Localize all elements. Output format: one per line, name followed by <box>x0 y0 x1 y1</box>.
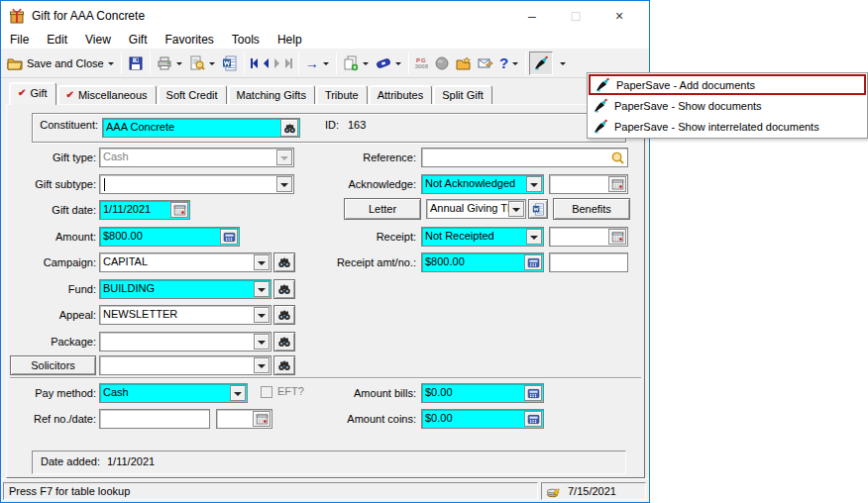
letter-word-button[interactable] <box>528 199 548 219</box>
calendar-button[interactable] <box>608 229 626 245</box>
reference-field[interactable] <box>421 148 628 167</box>
fund-combo[interactable]: BUILDING <box>99 279 271 299</box>
binoculars-icon <box>277 282 291 296</box>
dropdown-arrow-icon[interactable] <box>254 307 270 323</box>
dropdown-arrow-icon[interactable] <box>508 201 524 217</box>
chevron-down-icon <box>108 62 114 68</box>
menu-gift[interactable]: Gift <box>120 31 157 49</box>
receipt-no-field[interactable] <box>549 252 628 272</box>
tab-gift[interactable]: ✔Gift <box>9 82 56 105</box>
package-search-button[interactable] <box>273 332 295 352</box>
constituent-search-button[interactable] <box>280 119 298 137</box>
solicitors-button[interactable]: Solicitors <box>10 355 96 375</box>
menu-favorites[interactable]: Favorites <box>157 31 223 49</box>
menu-item-papersave-show-interrelated-documents[interactable]: PaperSave - Show interrelated documents <box>589 116 866 137</box>
tab-split-gift[interactable]: Split Gift <box>433 85 492 105</box>
link-button[interactable] <box>373 51 405 75</box>
copy-button[interactable] <box>340 51 373 75</box>
acknowledge-date-field[interactable] <box>549 174 628 194</box>
tab-matching-gifts[interactable]: Matching Gifts <box>228 85 315 105</box>
gift-date-field[interactable]: 1/11/2021 <box>99 200 190 220</box>
annotation-highlight-box: PaperSave - Add documents <box>589 74 866 95</box>
pay-method-combo[interactable]: Cash <box>99 383 248 403</box>
dropdown-arrow-icon[interactable] <box>254 281 270 297</box>
menu-tools[interactable]: Tools <box>223 31 269 49</box>
save-button[interactable] <box>125 51 147 75</box>
close-button[interactable]: × <box>597 1 641 31</box>
acknowledge-combo[interactable]: Not Acknowledged <box>421 174 544 194</box>
maximize-button[interactable]: □ <box>554 1 597 31</box>
status-bar: Press F7 for table lookup 7/15/2021 <box>1 478 649 502</box>
print-button[interactable] <box>154 51 186 75</box>
letter-button[interactable]: Letter <box>344 198 421 220</box>
nav-next-button[interactable] <box>271 51 282 75</box>
save-and-close-button[interactable]: Save and Close <box>4 51 118 75</box>
previous-record-icon <box>264 58 269 68</box>
receipt-amt-field[interactable]: $800.00 <box>421 252 544 272</box>
ref-no-field[interactable] <box>99 409 210 429</box>
open-folder-icon <box>7 55 23 71</box>
gift-app-icon <box>9 8 25 24</box>
nav-last-button[interactable] <box>282 51 295 75</box>
last-record-icon <box>290 58 292 68</box>
menu-view[interactable]: View <box>76 31 120 49</box>
solicitors-search-button[interactable] <box>273 355 295 375</box>
amount-bills-field[interactable]: $0.00 <box>421 383 544 403</box>
preview-button[interactable] <box>186 51 219 75</box>
word-doc-icon <box>532 203 545 216</box>
annotate-button[interactable] <box>475 51 496 75</box>
go-to-button[interactable]: → <box>302 51 333 75</box>
tab-attributes[interactable]: Attributes <box>369 85 432 105</box>
appeal-combo[interactable]: NEWSLETTER <box>99 305 271 325</box>
nav-first-button[interactable] <box>248 51 261 75</box>
calculator-button[interactable] <box>524 254 542 270</box>
menu-help[interactable]: Help <box>269 31 311 49</box>
tab-tribute[interactable]: Tribute <box>316 85 368 105</box>
reference-label: Reference: <box>230 148 416 167</box>
minimize-button[interactable]: – <box>510 1 554 31</box>
letter-combo[interactable]: Annual Giving Th <box>426 199 526 219</box>
chevron-down-icon <box>323 62 329 68</box>
gift-tab-page: Constituent: AAA Concrete ID: 163 Gift t… <box>6 104 645 478</box>
amount-bills-label: Amount bills: <box>230 383 416 403</box>
appeal-search-button[interactable] <box>273 305 295 325</box>
appeal-label: Appeal: <box>7 305 96 325</box>
dropdown-arrow-icon[interactable] <box>526 229 542 245</box>
fund-search-button[interactable] <box>273 279 295 299</box>
amount-coins-field[interactable]: $0.00 <box>421 409 544 429</box>
favorites-button[interactable] <box>453 51 475 75</box>
menu-edit[interactable]: Edit <box>38 31 76 49</box>
papersave-button[interactable] <box>529 51 553 75</box>
search-icon[interactable] <box>610 151 625 165</box>
benefits-button[interactable]: Benefits <box>553 198 630 220</box>
receipt-combo[interactable]: Not Receipted <box>421 227 544 247</box>
web-button[interactable] <box>431 51 453 75</box>
constituent-field[interactable]: AAA Concrete <box>102 118 300 138</box>
calculator-button[interactable] <box>524 411 542 427</box>
nav-previous-button[interactable] <box>261 51 271 75</box>
plugin-pg3008-button[interactable]: PG3008 <box>412 51 431 75</box>
menu-file[interactable]: File <box>1 31 38 49</box>
tab-soft-credit[interactable]: Soft Credit <box>158 85 227 105</box>
papersave-dropdown-button[interactable] <box>553 51 570 75</box>
binoculars-icon <box>277 335 291 349</box>
calendar-button[interactable] <box>170 202 188 218</box>
pg-icon: 3008 <box>415 63 428 69</box>
status-date-panel: 7/15/2021 <box>541 482 646 500</box>
menu-item-papersave-add-documents[interactable]: PaperSave - Add documents <box>591 76 864 93</box>
solicitors-combo[interactable] <box>99 355 271 375</box>
dropdown-arrow-icon[interactable] <box>526 176 542 192</box>
dropdown-arrow-icon[interactable] <box>254 357 270 373</box>
export-word-button[interactable] <box>219 51 241 75</box>
calculator-button[interactable] <box>524 385 542 401</box>
gift-date-value: 1/11/2021 <box>103 203 151 215</box>
menu-item-papersave-show-documents[interactable]: PaperSave - Show documents <box>589 95 866 116</box>
receipt-date-field[interactable] <box>549 227 628 247</box>
calendar-button[interactable] <box>608 176 626 192</box>
tab-miscellaneous[interactable]: ✔Miscellaneous <box>57 85 157 105</box>
help-button[interactable]: ? <box>496 51 522 75</box>
package-combo[interactable] <box>99 332 271 352</box>
dropdown-arrow-icon[interactable] <box>254 334 270 350</box>
toolbar-separator <box>298 52 299 74</box>
amount-field[interactable]: $800.00 <box>99 227 240 247</box>
